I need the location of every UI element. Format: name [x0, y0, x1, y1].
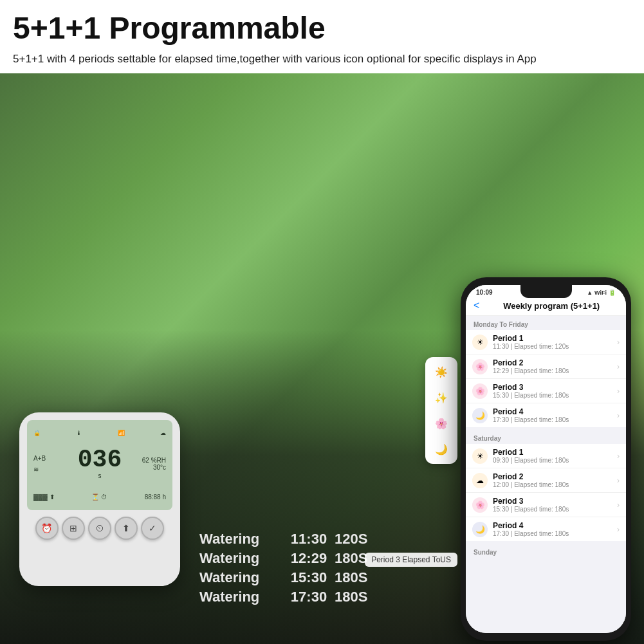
device-container: 🔒 🌡 📶 ☁ A+B ≋ 036 s 62 %RH [19, 412, 187, 605]
signal-icon: ▲ [587, 290, 593, 296]
period-info: Period 2 12:29 | Elapsed time: 180s [493, 358, 612, 374]
chevron-right-icon: › [617, 338, 620, 347]
list-item[interactable]: 🌸 Period 2 12:29 | Elapsed time: 180s › [466, 354, 626, 379]
period-icon: ☁ [472, 473, 488, 488]
period-name: Period 2 [493, 358, 612, 367]
app-icon-flower[interactable]: 🌸 [432, 414, 451, 433]
time-remaining: 88:88 h [145, 493, 166, 501]
lock-icon: 🔒 [33, 430, 41, 436]
watering-time: 12:29 [283, 550, 335, 567]
screen-bottom: ▓▓▓ ⬆ ⏳ ⏱ 88:88 h [33, 493, 166, 501]
program-icon: A+B [33, 455, 75, 462]
phone-screen: 10:09 ▲ WiFi 🔋 < Weekly program (5+1+1) [466, 285, 626, 633]
top-section: 5+1+1 Programmable 5+1+1 with 4 periods … [0, 0, 644, 73]
temp-display: 30°c [124, 464, 166, 471]
screen-left-icons: A+B ≋ [33, 455, 75, 473]
list-item[interactable]: ☁ Period 2 12:00 | Elapsed time: 180s › [466, 468, 626, 493]
app-icon-sun[interactable]: ☀️ [432, 362, 451, 382]
list-item[interactable]: 🌙 Period 4 17:30 | Elapsed time: 180s › [466, 403, 626, 427]
period-icon: ☀ [472, 335, 488, 350]
list-item[interactable]: 🌙 Period 4 17:30 | Elapsed time: 180s › [466, 517, 626, 541]
button-up[interactable]: ⬆ [115, 517, 138, 540]
battery-icon: ▓▓▓ ⬆ [33, 493, 55, 501]
period-detail: 15:30 | Elapsed time: 180s [493, 392, 612, 399]
list-item[interactable]: ☀ Period 1 11:30 | Elapsed time: 120s › [466, 330, 626, 354]
watering-label: Watering [199, 550, 283, 567]
hourglass-icon: ⏳ ⏱ [91, 493, 107, 501]
button-confirm[interactable]: ✓ [141, 517, 164, 540]
phone-section-header: Monday To Friday [466, 316, 626, 330]
chevron-right-icon: › [617, 476, 620, 485]
period-name: Period 4 [493, 521, 612, 530]
watering-label: Watering [199, 589, 283, 605]
phone-notch [520, 285, 572, 298]
watering-duration: 180S [335, 569, 367, 586]
period-name: Period 3 [493, 497, 612, 506]
watering-duration: 180S [335, 550, 367, 567]
period-info: Period 4 17:30 | Elapsed time: 180s [493, 407, 612, 423]
image-section: 🔒 🌡 📶 ☁ A+B ≋ 036 s 62 %RH [0, 73, 644, 644]
watering-time: 17:30 [283, 589, 335, 605]
battery-status-icon: 🔋 [609, 290, 616, 296]
status-time: 10:09 [476, 289, 493, 296]
period-icon: 🌙 [472, 408, 488, 423]
period-detail: 17:30 | Elapsed time: 180s [493, 416, 612, 423]
time-display: 036 [78, 448, 122, 472]
period-detail: 12:00 | Elapsed time: 180s [493, 481, 612, 488]
clock-btn-icon: ⏲ [95, 523, 104, 533]
chevron-right-icon: › [617, 387, 620, 396]
phone-content: Monday To Friday ☀ Period 1 11:30 | Elap… [466, 316, 626, 633]
period-icon: ☀ [472, 448, 488, 464]
subtitle: 5+1+1 with 4 periods settable for elapse… [13, 51, 631, 68]
phone-section-header: Saturday [466, 430, 626, 444]
period-detail: 12:29 | Elapsed time: 180s [493, 367, 612, 374]
phone-device: 10:09 ▲ WiFi 🔋 < Weekly program (5+1+1) [461, 277, 631, 641]
list-item[interactable]: ☀ Period 1 09:30 | Elapsed time: 180s › [466, 444, 626, 468]
period-name: Period 1 [493, 334, 612, 343]
list-item[interactable]: 🌸 Period 3 15:30 | Elapsed time: 180s › [466, 379, 626, 403]
app-icon-moon[interactable]: 🌙 [432, 439, 451, 459]
back-button[interactable]: < [474, 300, 479, 311]
list-item[interactable]: 🌸 Period 3 15:30 | Elapsed time: 180s › [466, 493, 626, 517]
period-detail: 17:30 | Elapsed time: 180s [493, 530, 612, 537]
period-info: Period 1 09:30 | Elapsed time: 180s [493, 448, 612, 464]
chevron-right-icon: › [617, 452, 620, 461]
watering-label: Watering [199, 531, 283, 547]
wifi-icon: 📶 [118, 430, 125, 436]
period-icon: 🌙 [472, 522, 488, 537]
app-icon-panel: ☀️ ✨ 🌸 🌙 [425, 357, 457, 464]
app-icon-star[interactable]: ✨ [432, 388, 451, 407]
phone-period-list: ☀ Period 1 09:30 | Elapsed time: 180s › … [466, 444, 626, 541]
button-clock[interactable]: ⏲ [88, 517, 111, 540]
period-info: Period 4 17:30 | Elapsed time: 180s [493, 521, 612, 537]
chevron-right-icon: › [617, 501, 620, 510]
button-program[interactable]: ⊞ [62, 517, 85, 540]
button-timer[interactable]: ⏰ [35, 517, 59, 540]
period-detail: 09:30 | Elapsed time: 180s [493, 457, 612, 464]
status-icons: ▲ WiFi 🔋 [587, 290, 616, 296]
page-wrapper: 5+1+1 Programmable 5+1+1 with 4 periods … [0, 0, 644, 644]
prog-btn-icon: ⊞ [69, 523, 77, 533]
period-detail: 11:30 | Elapsed time: 120s [493, 343, 612, 350]
device-screen: 🔒 🌡 📶 ☁ A+B ≋ 036 s 62 %RH [27, 420, 172, 510]
period-info: Period 3 15:30 | Elapsed time: 180s [493, 497, 612, 513]
watering-duration: 120S [335, 531, 367, 547]
screen-center: 036 s [78, 448, 122, 479]
watering-time: 15:30 [283, 569, 335, 586]
phone-section-header: Sunday [466, 544, 626, 558]
up-btn-icon: ⬆ [122, 523, 130, 533]
period-info: Period 3 15:30 | Elapsed time: 180s [493, 383, 612, 399]
watering-row: Watering 17:30 180S [199, 589, 400, 605]
phone-period-list: ☀ Period 1 11:30 | Elapsed time: 120s › … [466, 330, 626, 427]
watering-row: Watering 11:30 120S [199, 531, 400, 547]
period-name: Period 4 [493, 407, 612, 416]
period-icon: 🌸 [472, 359, 488, 374]
period-info: Period 1 11:30 | Elapsed time: 120s [493, 334, 612, 350]
watering-labels: Watering 11:30 120S Watering 12:29 180S … [199, 412, 400, 605]
watering-duration: 180S [335, 589, 367, 605]
watering-label: Watering [199, 569, 283, 586]
period3-elapsed-label: Period 3 Elapsed ToUS [365, 553, 457, 567]
period-icon: 🌸 [472, 497, 488, 513]
chevron-right-icon: › [617, 525, 620, 534]
screen-right: 62 %RH 30°c [124, 457, 166, 471]
